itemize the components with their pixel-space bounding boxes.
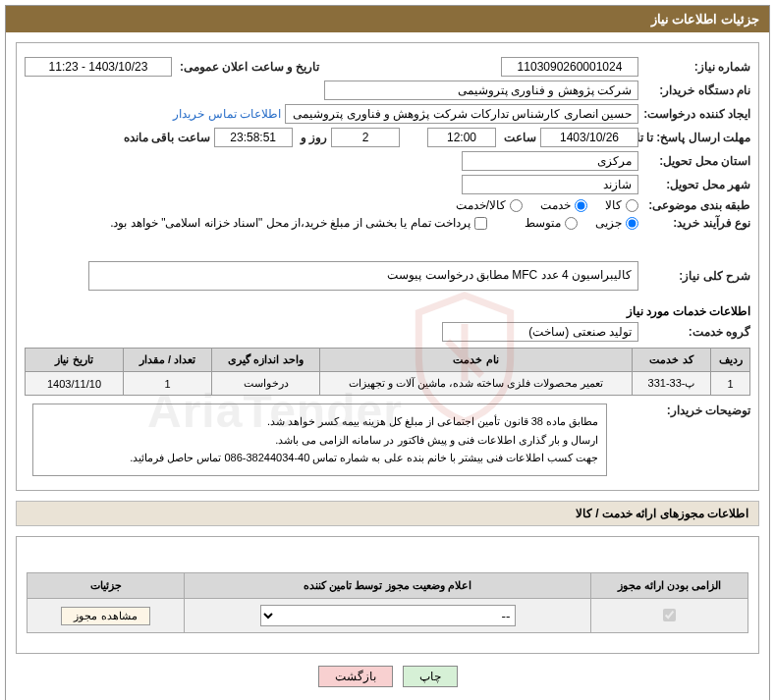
process-label: نوع فرآیند خرید: — [642, 216, 750, 230]
services-table: ردیف کد خدمت نام خدمت واحد اندازه گیری ت… — [25, 348, 750, 396]
view-license-button[interactable]: مشاهده مجوز — [61, 607, 149, 625]
th-required: الزامی بودن ارائه مجوز — [591, 573, 748, 599]
cell-date: 1403/11/10 — [26, 372, 124, 396]
license-status-cell: -- — [185, 599, 591, 633]
button-row: چاپ بازگشت — [6, 666, 769, 687]
buyer-org-label: نام دستگاه خریدار: — [642, 83, 750, 97]
buyer-contact-link[interactable]: اطلاعات تماس خریدار — [173, 107, 281, 121]
treasury-note-label: پرداخت تمام یا بخشی از مبلغ خرید،از محل … — [110, 216, 471, 230]
days-field: 2 — [331, 128, 400, 147]
province-field: مرکزی — [462, 151, 638, 171]
radio-service-label: خدمت — [540, 198, 571, 212]
th-status: اعلام وضعیت مجوز توسط تامین کننده — [185, 573, 591, 599]
cell-code: پ-33-331 — [633, 372, 711, 396]
process-radio-group: جزیی متوسط — [525, 216, 638, 230]
buyer-note-line2: ارسال و بار گذاری اطلاعات فنی و پیش فاکت… — [41, 431, 598, 450]
table-row: 1 پ-33-331 تعمیر محصولات فلزی ساخته شده،… — [26, 372, 750, 396]
license-details-cell: مشاهده مجوز — [28, 599, 185, 633]
remain-time-field: 23:58:51 — [214, 128, 293, 147]
cell-name: تعمیر محصولات فلزی ساخته شده، ماشین آلات… — [320, 372, 633, 396]
license-required-checkbox — [663, 609, 676, 621]
page-header: جزئیات اطلاعات نیاز — [6, 6, 769, 32]
back-button[interactable]: بازگشت — [318, 666, 393, 687]
need-number-label: شماره نیاز: — [642, 60, 750, 74]
radio-goods-label: کالا — [605, 198, 622, 212]
buyer-note-line3: جهت کسب اطلاعات فنی بیشتر با خانم بنده ع… — [41, 449, 598, 467]
radio-both[interactable]: کالا/خدمت — [456, 198, 523, 212]
service-group-field: تولید صنعتی (ساخت) — [442, 322, 638, 342]
th-date: تاریخ نیاز — [26, 349, 124, 372]
buyer-note-label: توضیحات خریدار: — [652, 396, 750, 417]
category-radio-group: کالا خدمت کالا/خدمت — [456, 198, 638, 212]
services-info-heading: اطلاعات خدمات مورد نیاز — [25, 304, 750, 318]
cell-qty: 1 — [124, 372, 212, 396]
treasury-checkbox[interactable]: پرداخت تمام یا بخشی از مبلغ خرید،از محل … — [110, 216, 487, 230]
radio-goods[interactable]: کالا — [605, 198, 638, 212]
license-table: الزامی بودن ارائه مجوز اعلام وضعیت مجوز … — [27, 572, 748, 633]
category-label: طبقه بندی موضوعی: — [642, 198, 750, 212]
form-section: شماره نیاز: 1103090260001024 تاریخ و ساع… — [16, 42, 759, 491]
buyer-note-line1: مطابق ماده 38 قانون تأمین اجتماعی از مبل… — [41, 412, 598, 431]
license-row: -- مشاهده مجوز — [28, 599, 748, 633]
time-label: ساعت — [500, 131, 536, 144]
requester-label: ایجاد کننده درخواست: — [642, 107, 750, 121]
buyer-note-box: مطابق ماده 38 قانون تأمین اجتماعی از مبل… — [32, 404, 607, 476]
remain-label: ساعت باقی مانده — [120, 131, 210, 144]
radio-both-label: کالا/خدمت — [456, 198, 506, 212]
print-button[interactable]: چاپ — [403, 666, 458, 687]
th-unit: واحد اندازه گیری — [212, 349, 320, 372]
main-container: جزئیات اطلاعات نیاز شماره نیاز: 11030902… — [5, 5, 770, 700]
cell-row: 1 — [711, 372, 750, 396]
license-required-cell — [591, 599, 748, 633]
buyer-org-field: شرکت پژوهش و فناوری پتروشیمی — [324, 81, 638, 100]
radio-partial-label: جزیی — [595, 216, 622, 230]
summary-box: کالیبراسیون 4 عدد MFC مطابق درخواست پیوس… — [88, 261, 638, 291]
th-details: جزئیات — [28, 573, 185, 599]
deadline-time-field: 12:00 — [427, 128, 496, 147]
summary-label: شرح کلی نیاز: — [642, 269, 750, 283]
announce-field: 1403/10/23 - 11:23 — [25, 57, 172, 77]
province-label: استان محل تحویل: — [642, 154, 750, 168]
city-label: شهر محل تحویل: — [642, 178, 750, 191]
radio-medium-label: متوسط — [525, 216, 561, 230]
deadline-label: مهلت ارسال پاسخ: تا تاریخ: — [642, 131, 750, 144]
th-code: کد خدمت — [633, 349, 711, 372]
deadline-date-field: 1403/10/26 — [540, 128, 638, 147]
cell-unit: درخواست — [212, 372, 320, 396]
radio-medium[interactable]: متوسط — [525, 216, 578, 230]
license-status-select[interactable]: -- — [260, 605, 516, 626]
days-and-label: روز و — [297, 131, 327, 144]
need-number-field: 1103090260001024 — [501, 57, 638, 77]
radio-service[interactable]: خدمت — [540, 198, 587, 212]
announce-label: تاریخ و ساعت اعلان عمومی: — [176, 60, 319, 74]
license-section: الزامی بودن ارائه مجوز اعلام وضعیت مجوز … — [16, 536, 759, 654]
th-row: ردیف — [711, 349, 750, 372]
license-section-title: اطلاعات مجوزهای ارائه خدمت / کالا — [16, 501, 759, 526]
city-field: شازند — [462, 175, 638, 194]
radio-partial[interactable]: جزیی — [595, 216, 638, 230]
requester-field: حسین انصاری کارشناس تدارکات شرکت پژوهش و… — [285, 104, 638, 124]
th-name: نام خدمت — [320, 349, 633, 372]
service-group-label: گروه خدمت: — [642, 325, 750, 339]
th-qty: تعداد / مقدار — [124, 349, 212, 372]
